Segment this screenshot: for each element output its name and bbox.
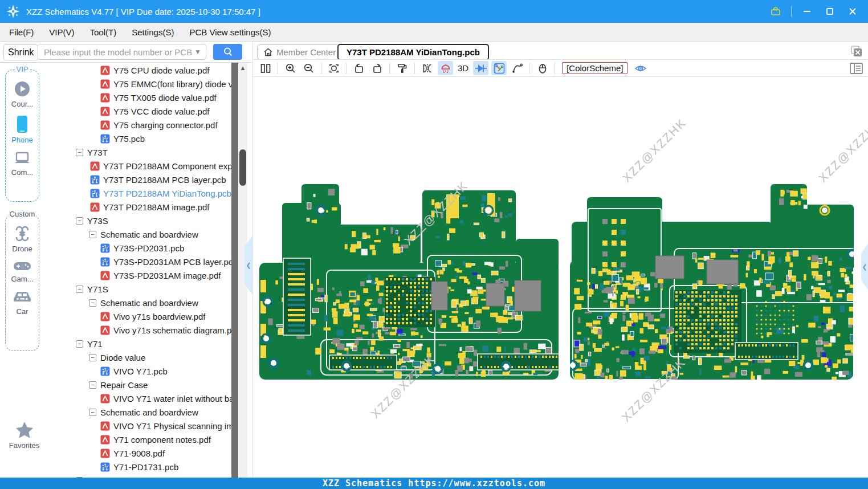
tree-item-label: Vivo y71s boardview.pdf — [113, 312, 206, 321]
tree-item[interactable]: Y75.pcb — [48, 132, 231, 145]
tree-item-label: Y71 — [87, 339, 103, 349]
collapse-expander-icon[interactable]: − — [76, 340, 83, 348]
diode-button[interactable] — [473, 61, 488, 75]
tree-item[interactable]: − Y73S — [48, 214, 231, 227]
mouse-button[interactable] — [535, 61, 550, 75]
tree-item[interactable]: Y73T PD2188AM YiDianTong.pcb — [48, 186, 231, 200]
split-view-button[interactable] — [258, 61, 273, 75]
viewer-toolbar: 3D [ColorScheme] — [253, 59, 868, 77]
tree-item[interactable]: VIVO Y71 water inlet without ba — [48, 392, 231, 405]
rail-item-car[interactable]: Car — [6, 290, 39, 316]
tree-item[interactable]: Y75 charging connector.pdf — [48, 118, 231, 132]
menu-vip[interactable]: VIP(V) — [49, 27, 74, 37]
collapse-expander-icon[interactable]: − — [76, 286, 83, 293]
tree-item[interactable]: − Repair Case — [48, 378, 231, 392]
colorscheme-button[interactable]: [ColorScheme] — [562, 62, 627, 74]
member-center-button[interactable]: Member Center — [257, 44, 342, 60]
tree-item[interactable]: Y75 VCC diode value.pdf — [48, 104, 231, 118]
tree-item[interactable]: Y73S-PD2031AM PCB layer.pcb — [48, 255, 231, 268]
tree-item[interactable]: Y73S-PD2031AM image.pdf — [48, 268, 231, 282]
paint-roller-button[interactable] — [394, 61, 410, 75]
tree-item[interactable]: − Y7 — [48, 474, 231, 478]
tree-item[interactable]: Y71 component notes.pdf — [48, 433, 231, 446]
phone-icon — [15, 115, 30, 133]
rail-item-phone[interactable]: Phone — [6, 115, 39, 144]
tree-item-label: Repair Case — [100, 380, 148, 390]
collapse-expander-icon[interactable]: − — [76, 217, 83, 225]
rail-item-game[interactable]: Gam... — [6, 260, 39, 283]
chevron-down-icon[interactable]: ▼ — [194, 48, 201, 56]
rotate-right-button[interactable] — [369, 61, 385, 75]
pcb-board-right[interactable] — [568, 184, 859, 382]
briefcase-icon[interactable] — [768, 4, 783, 19]
rotate-left-button[interactable] — [351, 61, 366, 75]
toolbar-separator — [346, 63, 347, 74]
collapse-expander-icon[interactable]: − — [89, 354, 96, 361]
toolbar-separator — [389, 63, 390, 74]
tree-item-label: Y75 charging connector.pdf — [113, 120, 218, 130]
rotate-left-icon — [353, 63, 365, 74]
maximize-button[interactable] — [822, 4, 837, 19]
tree-item[interactable]: VIVO Y71.pcb — [48, 364, 231, 378]
tree-item[interactable]: Y75 CPU diode value.pdf — [48, 63, 231, 77]
tree-item-label: VIVO Y71.pcb — [113, 366, 168, 376]
zoom-in-button[interactable] — [283, 61, 298, 75]
pcb-board-left[interactable] — [259, 184, 564, 380]
tree-item[interactable]: − Diode value — [48, 351, 231, 364]
shrink-button[interactable]: Shrink — [3, 44, 38, 60]
3d-view-button[interactable]: 3D — [456, 61, 470, 75]
rail-item-course[interactable]: Cour... — [6, 80, 39, 108]
tree-item[interactable]: Y73T PD2188AM image.pdf — [48, 200, 231, 214]
rail-item-favorites[interactable]: Favorites — [0, 421, 48, 450]
rail-item-computer[interactable]: Com... — [6, 151, 39, 177]
tree-scrollbar-thumb[interactable] — [239, 149, 246, 186]
tree-item[interactable]: − Schematic and boardview — [48, 227, 231, 241]
collapse-expander-icon[interactable]: − — [89, 231, 96, 238]
menu-pcb-view-settings[interactable]: PCB View settings(S) — [189, 27, 271, 37]
curve-button[interactable] — [510, 61, 525, 75]
tree-item[interactable]: Y73T PD2188AM Component expla — [48, 159, 231, 173]
tree-item-label: Y75 VCC diode value.pdf — [113, 107, 209, 116]
tree-item[interactable]: − Y73T — [48, 145, 231, 159]
menu-settings[interactable]: Settings(S) — [132, 27, 174, 37]
tree-item[interactable]: Vivo y71s boardview.pdf — [48, 309, 231, 323]
menu-file[interactable]: File(F) — [9, 27, 34, 37]
tree-item[interactable]: Y75 EMMC(font library) diode v — [48, 77, 231, 91]
mirror-flip-button[interactable] — [419, 61, 435, 75]
tree-splitter-bar[interactable] — [231, 63, 238, 478]
tree-item[interactable]: − Y71 — [48, 337, 231, 351]
zoom-out-button[interactable] — [301, 61, 316, 75]
scroll-up-arrow-icon[interactable]: ▲ — [238, 63, 247, 72]
minimize-button[interactable] — [800, 4, 814, 19]
tree-item[interactable]: Y75 TX005 diode value.pdf — [48, 91, 231, 104]
panel-toggle-button[interactable] — [849, 62, 863, 75]
close-button[interactable] — [845, 4, 860, 19]
tree-item[interactable]: Y71-9008.pdf — [48, 446, 231, 460]
rail-item-drone-label: Drone — [12, 244, 32, 253]
tree-item[interactable]: Y73T PD2188AM PCB layer.pcb — [48, 173, 231, 186]
tree-item[interactable]: − Schematic and boardview — [48, 405, 231, 419]
menu-tool[interactable]: Tool(T) — [90, 27, 117, 37]
probe-measure-button[interactable] — [491, 61, 507, 75]
document-tab[interactable]: Y73T PD2188AM YiDianTong.pcb — [337, 44, 489, 60]
tree-item[interactable]: VIVO Y71 Physical scanning ima — [48, 419, 231, 433]
close-panel-button[interactable] — [850, 45, 863, 58]
collapse-expander-icon[interactable]: − — [89, 381, 96, 389]
tree-item[interactable]: − Y71S — [48, 282, 231, 296]
search-input[interactable] — [38, 47, 194, 57]
fit-screen-button[interactable] — [326, 61, 341, 75]
pcb-canvas[interactable]: XZZ@XZZHKXZZ@XZZHKXZZ@XZZHKXZZ@XZZHKXZZ@… — [254, 78, 868, 478]
tree-item-label: Y73T PD2188AM Component expla — [103, 161, 231, 171]
collapse-expander-icon[interactable]: − — [89, 409, 96, 416]
collapse-expander-icon[interactable]: − — [76, 149, 83, 156]
tree-item[interactable]: − Schematic and boardview — [48, 296, 231, 309]
rail-item-drone[interactable]: Drone — [6, 225, 39, 253]
search-button[interactable] — [213, 44, 242, 60]
eye-button[interactable] — [633, 61, 648, 75]
tree-item[interactable]: Y71-PD1731.pcb — [48, 460, 231, 474]
pdf-file-icon — [100, 271, 110, 280]
tree-item[interactable]: Y73S-PD2031.pcb — [48, 241, 231, 255]
tree-item[interactable]: Vivo y71s schematic diagram.pc — [48, 323, 231, 337]
collapse-expander-icon[interactable]: − — [89, 299, 96, 307]
lamp-button[interactable] — [438, 61, 453, 75]
